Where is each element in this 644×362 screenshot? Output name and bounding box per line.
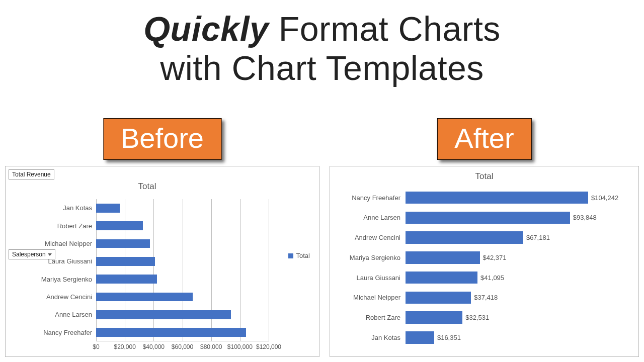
headline: Quickly Format Charts with Chart Templat… xyxy=(0,0,644,87)
data-label: $16,351 xyxy=(434,331,461,344)
bar-row: Jan Kotas xyxy=(96,204,269,213)
category-label: Michael Neipper xyxy=(330,292,400,304)
bar xyxy=(96,275,157,284)
x-tick-label: $0 xyxy=(93,343,99,350)
bar-row: Anne Larsen xyxy=(96,310,269,319)
bar-row: Mariya Sergienko xyxy=(96,275,269,284)
category-label: Mariya Sergienko xyxy=(22,275,92,284)
data-label: $41,095 xyxy=(477,272,504,284)
bar xyxy=(96,310,231,319)
x-tick-label: $60,000 xyxy=(172,343,193,350)
data-label: $67,181 xyxy=(523,231,550,244)
category-label: Andrew Cencini xyxy=(330,231,400,244)
bar-row: Mariya Sergienko$42,371 xyxy=(406,251,598,264)
bar-row: Laura Giussani$41,095 xyxy=(406,272,598,284)
category-label: Mariya Sergienko xyxy=(330,251,400,264)
pivot-field-values-label: Total Revenue xyxy=(12,171,51,178)
category-label: Nancy Freehafer xyxy=(22,328,92,337)
before-legend-label: Total xyxy=(296,252,310,259)
bar-row: Nancy Freehafer xyxy=(96,328,269,337)
before-column: Before Total Revenue Salesperson Total T… xyxy=(5,118,319,357)
before-badge: Before xyxy=(103,118,221,160)
bar-row: Robert Zare$32,531 xyxy=(406,311,598,324)
gridline xyxy=(125,199,125,341)
category-label: Andrew Cencini xyxy=(22,293,92,302)
legend-swatch-icon xyxy=(288,253,293,258)
bar-row: Michael Neipper xyxy=(96,239,269,248)
gridline xyxy=(211,199,212,341)
category-label: Robert Zare xyxy=(22,221,92,230)
bar xyxy=(406,192,588,204)
data-label: $93,848 xyxy=(570,212,597,224)
x-tick-label: $20,000 xyxy=(114,343,135,350)
headline-rest1: Format Charts xyxy=(269,10,500,48)
category-label: Anne Larsen xyxy=(330,212,400,224)
bar-row: Andrew Cencini xyxy=(96,293,269,302)
category-label: Robert Zare xyxy=(330,311,400,324)
category-label: Nancy Freehafer xyxy=(330,192,400,204)
headline-line2: with Chart Templates xyxy=(0,48,644,87)
bar xyxy=(406,311,462,324)
gridline xyxy=(153,199,154,341)
before-chart: Total Revenue Salesperson Total Total $0… xyxy=(5,166,319,357)
after-plot-area: Nancy Freehafer$104,242Anne Larsen$93,84… xyxy=(406,189,598,349)
data-label: $37,418 xyxy=(471,292,498,304)
after-chart: Total Nancy Freehafer$104,242Anne Larsen… xyxy=(330,166,639,357)
category-label: Jan Kotas xyxy=(22,204,92,213)
bar xyxy=(96,204,120,213)
data-label: $32,531 xyxy=(462,311,489,324)
bar xyxy=(96,221,143,230)
bar xyxy=(96,239,150,248)
category-label: Anne Larsen xyxy=(22,310,92,319)
bar-row: Robert Zare xyxy=(96,221,269,230)
x-tick-label: $100,000 xyxy=(227,343,253,350)
x-tick-label: $80,000 xyxy=(200,343,222,350)
category-label: Laura Giussani xyxy=(22,257,92,266)
gridline xyxy=(96,199,97,341)
gridline xyxy=(240,199,240,341)
after-column: After Total Nancy Freehafer$104,242Anne … xyxy=(330,118,639,357)
bar xyxy=(406,292,471,304)
bar-row: Jan Kotas$16,351 xyxy=(406,331,598,344)
bar xyxy=(406,251,480,264)
pivot-field-values-button[interactable]: Total Revenue xyxy=(9,169,54,179)
data-label: $104,242 xyxy=(588,192,618,204)
bar xyxy=(406,331,434,344)
bar xyxy=(406,272,477,284)
bar-row: Laura Giussani xyxy=(96,257,269,266)
bar-row: Michael Neipper$37,418 xyxy=(406,292,598,304)
headline-emph: Quickly xyxy=(143,10,269,48)
gridline xyxy=(269,199,269,341)
bar xyxy=(96,257,155,266)
before-legend: Total xyxy=(288,252,310,259)
bar-row: Anne Larsen$93,848 xyxy=(406,212,598,224)
bar xyxy=(406,231,523,244)
after-chart-title: Total xyxy=(330,171,638,182)
category-label: Laura Giussani xyxy=(330,272,400,284)
dropdown-icon xyxy=(48,253,52,256)
before-plot-area: $0$20,000$40,000$60,000$80,000$100,000$1… xyxy=(96,199,269,341)
category-label: Michael Neipper xyxy=(22,239,92,248)
bar xyxy=(96,293,193,302)
headline-line1: Quickly Format Charts xyxy=(0,9,644,48)
gridline xyxy=(183,199,183,341)
bar-row: Andrew Cencini$67,181 xyxy=(406,231,598,244)
data-label: $42,371 xyxy=(480,251,507,264)
bar xyxy=(96,328,246,337)
x-tick-label: $40,000 xyxy=(143,343,165,350)
after-badge: After xyxy=(437,118,531,160)
x-tick-label: $120,000 xyxy=(256,343,281,350)
category-label: Jan Kotas xyxy=(330,331,400,344)
bar-row: Nancy Freehafer$104,242 xyxy=(406,192,598,204)
before-chart-title: Total xyxy=(36,182,259,192)
bar xyxy=(406,212,570,224)
